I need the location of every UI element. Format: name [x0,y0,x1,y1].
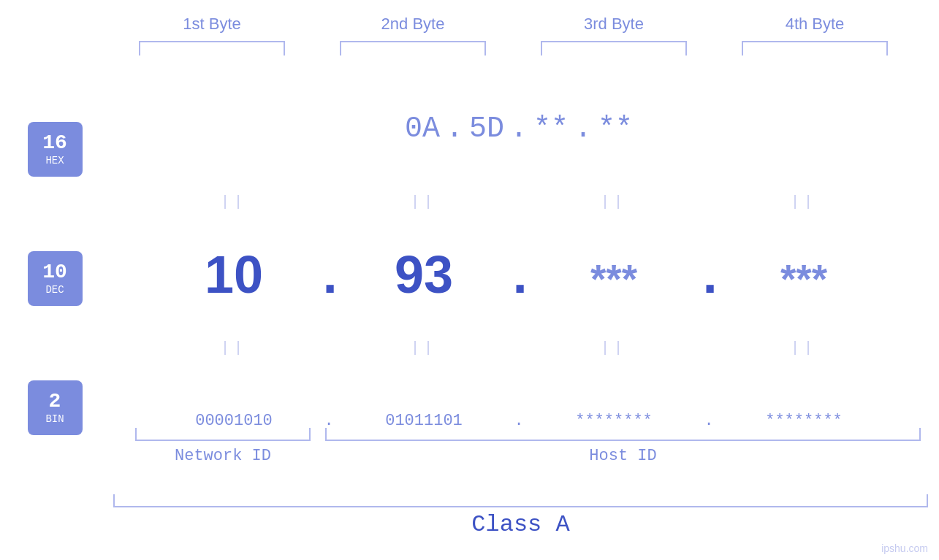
sep-hex-1: . [440,112,469,145]
hex-badge-num: 16 [42,133,67,153]
bottom-brackets-row [113,428,928,441]
bracket-byte1 [139,41,285,55]
hex-val-4: ** [598,112,633,145]
eq4: || [709,193,899,210]
dec-badge-base: DEC [45,284,64,296]
network-id-label: Network ID [135,447,311,465]
eq2: || [329,193,519,210]
bracket-byte3 [541,41,687,55]
bin-badge-base: BIN [45,413,64,425]
bottom-labels-row: Network ID Host ID [113,447,928,465]
dec-badge: 10 DEC [28,251,83,306]
header-byte2: 2nd Byte [332,15,493,34]
eq3: || [519,193,709,210]
hex-row: 0A . 5D . ** . ** [99,70,939,187]
eq8: || [709,340,899,356]
class-a-bracket [113,494,928,507]
header-byte4: 4th Byte [734,15,895,34]
bin-badge: 2 BIN [28,380,83,435]
eq7: || [519,340,709,356]
eq1: || [139,193,329,210]
dec-val-1: 10 [153,245,314,304]
eq6: || [329,340,519,356]
header-byte1: 1st Byte [132,15,292,34]
hex-val-2: 5D [469,112,504,145]
host-id-bracket [325,428,921,441]
dec-badge-num: 10 [42,262,67,283]
sep-hex-2: . [504,112,533,145]
sep-dec-1: . [314,253,343,305]
equals-row-1: || || || || [99,187,939,216]
header-byte3: 3rd Byte [533,15,694,34]
dec-val-4: *** [723,256,884,302]
sep-dec-3: . [694,253,723,305]
bracket-byte4 [742,41,888,55]
top-brackets [112,41,916,55]
bracket-byte2 [340,41,486,55]
dec-val-2: 93 [343,245,504,304]
hex-val-3: ** [533,112,569,145]
data-area: 0A . 5D . ** . ** || || || || [99,70,939,560]
bottom-network-host: Network ID Host ID [113,428,928,465]
hex-badge: 16 HEX [28,122,83,177]
dec-row: 10 . 93 . *** . *** [99,216,939,333]
main-container: 1st Byte 2nd Byte 3rd Byte 4th Byte 16 H… [0,0,939,560]
sep-hex-3: . [569,112,598,145]
dec-val-3: *** [533,256,694,302]
hex-val-1: 0A [405,112,440,145]
network-id-bracket [135,428,311,441]
sep-dec-2: . [504,253,533,305]
bin-badge-num: 2 [49,391,61,412]
class-a-label: Class A [113,511,928,538]
labels-column: 16 HEX 10 DEC 2 BIN [0,70,99,560]
watermark: ipshu.com [881,542,928,554]
host-id-label: Host ID [325,447,921,465]
equals-row-2: || || || || [99,334,939,363]
hex-badge-base: HEX [45,155,64,166]
main-grid: 16 HEX 10 DEC 2 BIN 0A . 5D . ** [0,70,939,560]
byte-headers: 1st Byte 2nd Byte 3rd Byte 4th Byte [112,15,916,34]
eq5: || [139,340,329,356]
